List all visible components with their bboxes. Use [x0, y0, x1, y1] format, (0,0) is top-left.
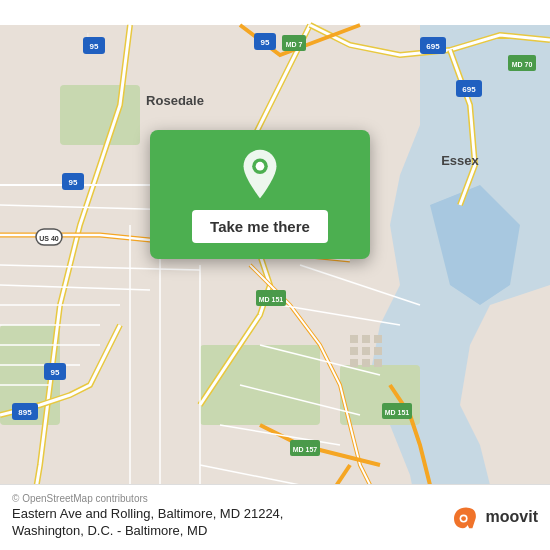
map-container: 95 I 95 95 95 695 695 895 MD 7 MD 70 US …	[0, 0, 550, 550]
svg-text:95: 95	[69, 178, 78, 187]
svg-text:95: 95	[51, 368, 60, 377]
bottom-bar: © OpenStreetMap contributors Eastern Ave…	[0, 484, 550, 550]
osm-credit: © OpenStreetMap contributors	[12, 493, 283, 504]
map-svg: 95 I 95 95 95 695 695 895 MD 7 MD 70 US …	[0, 0, 550, 550]
svg-text:895: 895	[18, 408, 32, 417]
svg-rect-10	[374, 347, 382, 355]
svg-rect-1	[60, 85, 140, 145]
location-text: Eastern Ave and Rolling, Baltimore, MD 2…	[12, 506, 283, 540]
svg-text:695: 695	[426, 42, 440, 51]
svg-text:MD 151: MD 151	[259, 296, 284, 303]
moovit-label: moovit	[486, 508, 538, 526]
svg-rect-2	[200, 345, 320, 425]
svg-point-68	[461, 516, 466, 521]
svg-text:MD 7: MD 7	[286, 41, 303, 48]
location-line2: Washington, D.C. - Baltimore, MD	[12, 523, 207, 538]
svg-rect-8	[350, 347, 358, 355]
svg-rect-11	[350, 359, 358, 367]
svg-text:MD 70: MD 70	[512, 61, 533, 68]
svg-text:95: 95	[90, 42, 99, 51]
bottom-left: © OpenStreetMap contributors Eastern Ave…	[12, 493, 283, 540]
svg-rect-5	[350, 335, 358, 343]
svg-rect-7	[374, 335, 382, 343]
location-pin-icon	[234, 148, 286, 200]
take-me-there-card: Take me there	[150, 130, 370, 259]
svg-rect-6	[362, 335, 370, 343]
take-me-there-button[interactable]: Take me there	[192, 210, 328, 243]
moovit-logo: moovit	[450, 501, 538, 533]
moovit-brand-icon	[450, 501, 482, 533]
location-line1: Eastern Ave and Rolling, Baltimore, MD 2…	[12, 506, 283, 521]
svg-rect-13	[374, 359, 382, 367]
svg-rect-12	[362, 359, 370, 367]
svg-rect-9	[362, 347, 370, 355]
svg-point-65	[256, 162, 265, 171]
svg-text:95: 95	[261, 38, 270, 47]
svg-text:US 40: US 40	[39, 235, 59, 242]
svg-text:MD 157: MD 157	[293, 446, 318, 453]
svg-text:695: 695	[462, 85, 476, 94]
svg-text:I: I	[87, 32, 88, 38]
svg-text:Essex: Essex	[441, 153, 479, 168]
svg-text:MD 151: MD 151	[385, 409, 410, 416]
svg-text:Rosedale: Rosedale	[146, 93, 204, 108]
